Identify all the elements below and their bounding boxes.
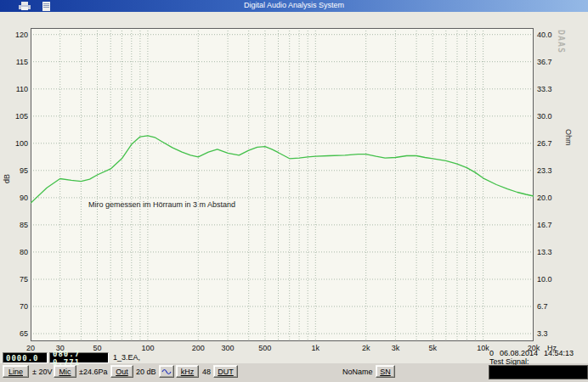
x-axis-tick: 3k [382,344,409,352]
y-left-tick: 90 [2,194,28,202]
date-label: 06.08.2014 [500,349,538,357]
output-button[interactable]: Out [110,365,133,378]
x-axis-tick: 100 [134,344,161,352]
x-axis-tick: 20 [17,344,44,352]
sine-wave-icon [161,368,172,375]
khz-button[interactable]: kHz [176,365,199,378]
counter-value: 0 [489,349,494,357]
window-title: Digital Audio Analysis System [0,1,588,9]
x-axis-tick: 2k [353,344,380,352]
sample-rate-label: 48 [202,368,211,376]
output-level-label: 20 dB [136,368,156,376]
y-left-tick: 105 [2,112,28,121]
y-right-tick: 13.3 [537,248,563,256]
y-left-tick: 110 [2,85,28,93]
dut-button[interactable]: DUT [213,365,238,378]
y-axis-left-title: dB [3,174,11,183]
y-right-tick: 36.7 [537,58,563,66]
y-right-tick: 26.7 [537,139,563,148]
line-input-button[interactable]: Line [3,365,29,378]
y-right-tick: 20.0 [537,194,563,202]
daas-logo: DAAS [557,30,566,53]
lcd-display-left: 0000.0 [3,352,48,363]
mic-range-label: ±24.6Pa [79,368,107,376]
y-right-tick: 10.0 [537,275,563,284]
chart-annotation: Miro gemessen im Hörraum in 3 m Abstand [88,200,235,209]
date-time-row: 0 06.08.2014 14:54:13 [489,349,574,357]
app-window: Digital Audio Analysis System 1201151101… [0,0,588,382]
y-right-tick: 33.3 [537,85,563,93]
device-name-label: NoName [342,368,373,376]
y-left-tick: 100 [2,139,28,148]
y-axis-right-title: Ohm [564,129,573,146]
y-right-tick: 3.3 [537,329,563,338]
x-axis-tick: 1k [302,344,329,352]
y-left-tick: 80 [2,248,28,256]
mic-input-button[interactable]: Mic [54,365,76,378]
y-right-tick: 30.0 [537,112,563,121]
x-axis-tick: 300 [214,344,241,352]
signal-display [489,365,588,379]
y-left-tick: 120 [2,31,28,39]
line-range-label: ± 20V [32,368,52,376]
sn-button[interactable]: SN [376,365,395,378]
y-left-tick: 75 [2,275,28,284]
x-axis-tick: 200 [184,344,212,352]
y-left-tick: 70 [2,302,28,311]
lcd-display-right: 080.7 0.771 [49,352,109,363]
y-right-tick: 16.7 [537,221,563,229]
frequency-response-plot[interactable] [31,28,534,341]
x-axis-tick: 5k [419,344,446,352]
y-right-tick: 6.7 [537,302,563,311]
title-bar: Digital Audio Analysis System [0,0,588,12]
file-name-label: 1_3.EA, [113,353,140,362]
y-right-tick: 23.3 [537,166,563,175]
y-left-tick: 115 [2,58,28,66]
x-axis-tick: 500 [252,344,279,352]
time-label: 14:54:13 [544,349,574,357]
y-left-tick: 85 [2,221,28,229]
y-left-tick: 65 [2,329,28,338]
signal-wave-button[interactable] [159,365,174,378]
